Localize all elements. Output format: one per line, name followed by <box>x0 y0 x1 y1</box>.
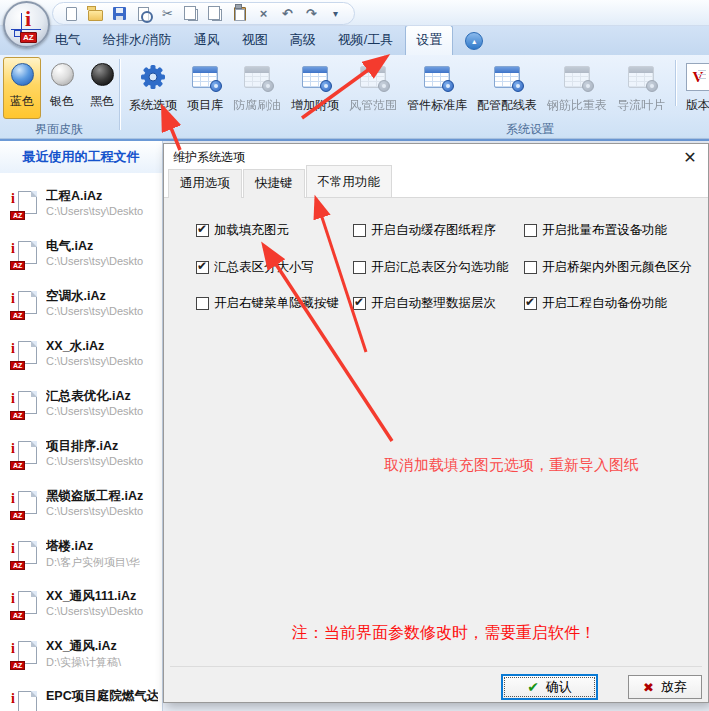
ribbon-item-label: 增加附项 <box>291 97 339 114</box>
cut-icon[interactable]: ✂ <box>159 5 176 22</box>
ribbon-item-label: 管件标准库 <box>407 97 467 114</box>
abandon-button[interactable]: ✖ 放弃 <box>628 675 702 699</box>
new-file-icon[interactable] <box>63 5 80 22</box>
checkbox-load-fill-elements[interactable]: 加载填充图元 <box>196 222 289 239</box>
table-gear-icon <box>628 62 654 92</box>
tab-plumbing-fire[interactable]: 给排水/消防 <box>93 26 182 55</box>
checkbox-box[interactable] <box>196 261 209 274</box>
logo-az-badge: AZ <box>20 32 37 43</box>
pipe-fitting-standard-button[interactable]: 管件标准库 <box>402 58 472 114</box>
app-logo-icon[interactable]: i AZ <box>3 1 50 48</box>
skin-label: 银色 <box>50 93 74 110</box>
table-gear-icon <box>360 62 386 92</box>
duct-range-button[interactable]: 风管范围 <box>344 58 402 114</box>
copy-icon[interactable] <box>183 5 200 22</box>
tab-shortcuts[interactable]: 快捷键 <box>243 169 305 198</box>
paste-icon[interactable] <box>231 5 248 22</box>
list-item[interactable]: iAZ 工程A.iAz C:\Users\tsy\Deskto <box>0 183 162 233</box>
version-button[interactable]: V 版本 <box>681 58 709 114</box>
ribbon-item-label: 风管范围 <box>349 97 397 114</box>
group-label-skins: 界面皮肤 <box>0 121 118 138</box>
x-icon: ✖ <box>643 680 654 695</box>
duplicate-icon[interactable] <box>207 5 224 22</box>
skin-black-button[interactable]: 黑色 <box>83 57 121 119</box>
checkbox-rightclick-hide-buttons[interactable]: 开启右键菜单隐藏按键 <box>196 295 339 312</box>
guide-vane-button[interactable]: 导流叶片 <box>612 58 670 114</box>
list-item[interactable]: iAZ 项目排序.iAz C:\Users\tsy\Deskto <box>0 433 162 483</box>
recent-file-list: iAZ 工程A.iAz C:\Users\tsy\Deskto iAZ 电气.i… <box>0 173 162 711</box>
checkbox-box[interactable] <box>196 224 209 237</box>
file-name: 空调水.iAz <box>46 288 158 305</box>
print-preview-icon[interactable] <box>135 5 152 22</box>
annotation-note-restart: 注：当前界面参数修改时，需要重启软件！ <box>264 623 624 644</box>
table-gear-icon <box>564 62 590 92</box>
skin-silver-button[interactable]: 银色 <box>43 57 81 119</box>
list-item[interactable]: iAZ XX_通风.iAz D:\实操\计算稿\ <box>0 633 162 683</box>
checkbox-auto-cache-drawings[interactable]: 开启自动缓存图纸程序 <box>353 222 496 239</box>
tab-video-tools[interactable]: 视频/工具 <box>328 26 404 55</box>
checkbox-auto-organize-data[interactable]: 开启自动整理数据层次 <box>353 295 496 312</box>
file-name: XX_通风111.iAz <box>46 588 158 605</box>
list-item[interactable]: iAZ XX_水.iAz C:\Users\tsy\Deskto <box>0 333 162 383</box>
iaz-file-icon: iAZ <box>10 641 37 670</box>
list-item[interactable]: iAZ 塔楼.iAz D:\客户实例项目\华 <box>0 533 162 583</box>
delete-icon[interactable]: × <box>255 5 272 22</box>
undo-icon[interactable]: ↶ <box>279 5 296 22</box>
checkbox-summary-case-sensitive[interactable]: 汇总表区分大小写 <box>196 259 314 276</box>
tab-general-options[interactable]: 通用选项 <box>168 169 242 198</box>
list-item[interactable]: iAZ 黑锁盗版工程.iAz C:\Users\tsy\Deskto <box>0 483 162 533</box>
table-gear-icon <box>424 62 450 92</box>
rebar-weight-table-button[interactable]: 钢筋比重表 <box>542 58 612 114</box>
checkbox-box[interactable] <box>524 261 537 274</box>
redo-icon[interactable]: ↷ <box>303 5 320 22</box>
collapse-ribbon-icon[interactable]: ▲ <box>465 32 483 50</box>
checkbox-auto-backup[interactable]: 开启工程自动备份功能 <box>524 295 667 312</box>
confirm-button[interactable]: ✔ 确认 <box>501 674 598 700</box>
save-icon[interactable] <box>111 5 128 22</box>
checkbox-batch-place-equipment[interactable]: 开启批量布置设备功能 <box>524 222 667 239</box>
checkbox-box[interactable] <box>353 261 366 274</box>
iaz-file-icon: iAZ <box>10 241 37 270</box>
logo-i-glyph: i <box>25 8 31 30</box>
tab-settings[interactable]: 设置 <box>405 25 453 55</box>
quick-access-toolbar: ✂ × ↶ ↷ ▾ <box>52 2 355 25</box>
close-icon[interactable]: ✕ <box>672 144 708 171</box>
ribbon-item-label: 版本 <box>686 97 709 114</box>
list-item[interactable]: iAZ EPC项目庭院燃气达 <box>0 683 162 711</box>
open-file-icon[interactable] <box>87 5 104 22</box>
iaz-file-icon: iAZ <box>10 341 37 370</box>
list-item[interactable]: iAZ 电气.iAz C:\Users\tsy\Deskto <box>0 233 162 283</box>
tab-ventilation[interactable]: 通风 <box>184 26 230 55</box>
skin-label: 蓝色 <box>10 93 34 110</box>
ribbon-tab-row: 电气 给排水/消防 通风 视图 高级 视频/工具 设置 ▲ <box>0 26 709 55</box>
dialog-title: 维护系统选项 <box>173 149 245 166</box>
checkbox-label: 开启右键菜单隐藏按键 <box>214 295 339 312</box>
more-icon[interactable]: ▾ <box>327 5 344 22</box>
project-library-button[interactable]: 项目库 <box>182 58 228 114</box>
tab-uncommon-functions[interactable]: 不常用功能 <box>306 165 393 197</box>
iaz-file-icon: iAZ <box>10 491 37 520</box>
checkbox-tray-color-distinction[interactable]: 开启桥架内外图元颜色区分 <box>524 259 692 276</box>
list-item[interactable]: iAZ 汇总表优化.iAz C:\Users\tsy\Deskto <box>0 383 162 433</box>
add-attachment-button[interactable]: 增加附项 <box>286 58 344 114</box>
file-path: C:\Users\tsy\Deskto <box>46 405 158 417</box>
list-item[interactable]: iAZ 空调水.iAz C:\Users\tsy\Deskto <box>0 283 162 333</box>
checkbox-box[interactable] <box>524 297 537 310</box>
dialog-title-bar[interactable]: 维护系统选项 ✕ <box>164 144 708 171</box>
checkbox-box[interactable] <box>196 297 209 310</box>
tab-electrical[interactable]: 电气 <box>45 26 91 55</box>
checkbox-box[interactable] <box>524 224 537 237</box>
iaz-file-icon: iAZ <box>10 391 37 420</box>
checkbox-box[interactable] <box>353 297 366 310</box>
list-item[interactable]: iAZ XX_通风111.iAz C:\Users\tsy\Deskto <box>0 583 162 633</box>
tab-advanced[interactable]: 高级 <box>280 26 326 55</box>
system-options-button[interactable]: 系统选项 <box>124 58 182 114</box>
checkbox-summary-tick-function[interactable]: 开启汇总表区分勾选功能 <box>353 259 509 276</box>
piping-wiring-table-button[interactable]: 配管配线表 <box>472 58 542 114</box>
skin-blue-button[interactable]: 蓝色 <box>3 57 41 119</box>
file-path: C:\Users\tsy\Deskto <box>46 355 158 367</box>
checkbox-box[interactable] <box>353 224 366 237</box>
anticorrosion-paint-button[interactable]: 防腐刷油 <box>228 58 286 114</box>
tab-view[interactable]: 视图 <box>232 26 278 55</box>
iaz-file-icon: iAZ <box>10 691 37 711</box>
